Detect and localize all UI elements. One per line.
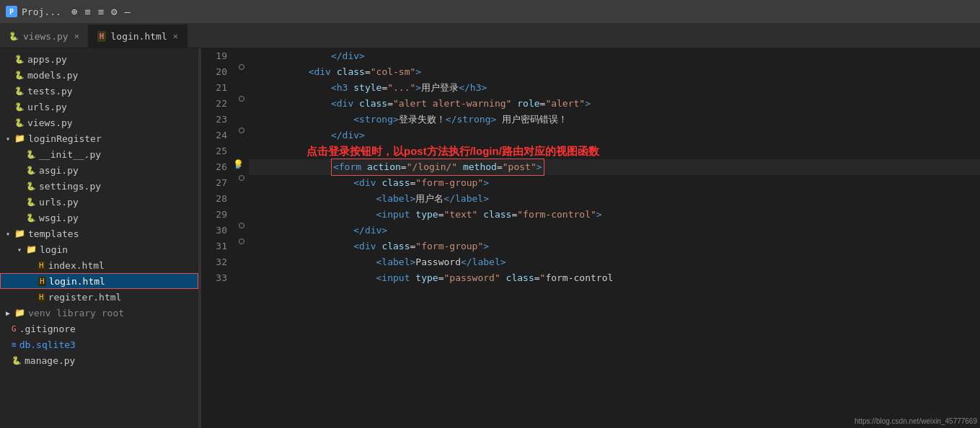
main-layout: 🐍 apps.py 🐍 models.py 🐍 tests.py 🐍 urls.… bbox=[0, 48, 980, 428]
watermark: https://blog.csdn.net/weixin_45777669 bbox=[855, 417, 977, 425]
project-title[interactable]: Proj... bbox=[22, 6, 61, 17]
tab-views-label: views.py bbox=[23, 31, 69, 42]
code-lines: </div> <div class="col-sm"> <h3 style=".… bbox=[249, 48, 980, 428]
code-line-32: <label>Password</label> bbox=[249, 254, 980, 270]
sidebar-label-views: views.py bbox=[27, 117, 73, 128]
title-bar-icons: ⊕ ≡ ≡ ⚙ — bbox=[71, 6, 131, 17]
sidebar-item-manage[interactable]: 🐍 manage.py bbox=[0, 352, 198, 368]
code-line-19: </div> bbox=[249, 48, 980, 64]
tab-html-label: login.html bbox=[110, 31, 167, 42]
html-icon: H bbox=[37, 261, 45, 270]
sidebar-label-init: __init__.py bbox=[39, 149, 101, 160]
sidebar-label-apps: apps.py bbox=[27, 54, 67, 65]
icon-minimize[interactable]: — bbox=[125, 6, 131, 17]
sidebar-item-wsgi[interactable]: 🐍 wsgi.py bbox=[0, 210, 198, 226]
code-line-25: 点击登录按钮时，以post方法执行/login/路由对应的视图函数 bbox=[249, 143, 980, 159]
folder-arrow-templates: ▾ bbox=[6, 230, 10, 238]
git-icon: G bbox=[12, 324, 17, 334]
py-icon: 🐍 bbox=[26, 213, 36, 223]
sidebar-item-login-folder[interactable]: ▾ 📁 login bbox=[0, 241, 198, 257]
sidebar-item-settings[interactable]: 🐍 settings.py bbox=[0, 178, 198, 194]
code-line-20: <div class="col-sm"> bbox=[249, 64, 980, 80]
folder-icon-venv: 📁 bbox=[14, 308, 25, 318]
folder-arrow-down: ▾ bbox=[6, 135, 10, 143]
sidebar-label-urls: urls.py bbox=[27, 102, 67, 112]
icon-settings[interactable]: ⚙ bbox=[111, 6, 117, 17]
html-icon-login: H bbox=[38, 277, 46, 286]
code-line-21: <h3 style="...">用户登录</h3> bbox=[249, 80, 980, 96]
lightbulb-icon[interactable]: 💡 bbox=[233, 159, 244, 169]
db-icon: ≡ bbox=[12, 340, 17, 349]
sidebar-label-gitignore: .gitignore bbox=[19, 324, 76, 334]
py-icon: 🐍 bbox=[26, 182, 36, 191]
code-container: 19 20 21 22 23 24 25 26 27 28 29 30 31 3… bbox=[201, 48, 980, 428]
line-numbers: 19 20 21 22 23 24 25 26 27 28 29 30 31 3… bbox=[201, 48, 234, 428]
folder-arrow-venv: ▶ bbox=[6, 309, 10, 317]
sidebar-item-urls[interactable]: 🐍 urls.py bbox=[0, 99, 198, 115]
code-line-29: <input type="text" class="form-control"> bbox=[249, 207, 980, 223]
sidebar-item-gitignore[interactable]: G .gitignore bbox=[0, 321, 198, 336]
sidebar-label-urls2: urls.py bbox=[39, 197, 79, 208]
sidebar-label-index-html: index.html bbox=[48, 260, 105, 271]
sidebar-item-tests[interactable]: 🐍 tests.py bbox=[0, 83, 198, 99]
sidebar-item-loginregister[interactable]: ▾ 📁 loginRegister bbox=[0, 130, 198, 146]
code-line-31: <div class="form-group"> bbox=[249, 238, 980, 254]
html-icon-register: H bbox=[37, 293, 45, 302]
sidebar-item-venv[interactable]: ▶ 📁 venv library root bbox=[0, 305, 198, 321]
sidebar-item-login-html[interactable]: H login.html bbox=[0, 273, 198, 289]
tab-bar: 🐍 views.py ✕ H login.html ✕ bbox=[0, 23, 980, 48]
code-line-33: <input type="password" class="form-contr… bbox=[249, 270, 980, 286]
sidebar-label-templates: templates bbox=[28, 228, 79, 239]
sidebar-item-models[interactable]: 🐍 models.py bbox=[0, 67, 198, 83]
py-icon: 🐍 bbox=[26, 150, 36, 159]
sidebar-label-register-html: register.html bbox=[48, 292, 122, 303]
project-icon: P bbox=[6, 6, 17, 17]
folder-icon-login: 📁 bbox=[26, 244, 37, 254]
py-icon: 🐍 bbox=[14, 118, 25, 128]
sidebar: 🐍 apps.py 🐍 models.py 🐍 tests.py 🐍 urls.… bbox=[0, 48, 198, 428]
annotation-text: 点击登录按钮时，以post方法执行/login/路由对应的视图函数 bbox=[306, 143, 599, 159]
code-line-30: </div> bbox=[249, 223, 980, 238]
tab-html-icon: H bbox=[97, 31, 107, 42]
sidebar-label-wsgi: wsgi.py bbox=[39, 213, 79, 223]
sidebar-item-views[interactable]: 🐍 views.py bbox=[0, 115, 198, 130]
form-highlight: <form action="/login/" method="post"> bbox=[331, 159, 544, 176]
code-line-22: <div class="alert alert-warning" role="a… bbox=[249, 96, 980, 112]
code-line-26: <form action="/login/" method="post"> bbox=[249, 159, 980, 175]
py-icon: 🐍 bbox=[26, 166, 36, 175]
folder-arrow-login: ▾ bbox=[17, 246, 22, 254]
sidebar-item-index-html[interactable]: H index.html bbox=[0, 257, 198, 273]
sidebar-label-asgi: asgi.py bbox=[39, 165, 79, 176]
code-line-24: </div> bbox=[249, 128, 980, 143]
sidebar-item-register-html[interactable]: H register.html bbox=[0, 289, 198, 305]
icon-list2[interactable]: ≡ bbox=[98, 6, 104, 17]
title-bar-left: P Proj... ⊕ ≡ ≡ ⚙ — bbox=[6, 6, 131, 17]
sidebar-item-templates[interactable]: ▾ 📁 templates bbox=[0, 226, 198, 241]
sidebar-label-settings: settings.py bbox=[39, 181, 101, 192]
sidebar-item-apps[interactable]: 🐍 apps.py bbox=[0, 51, 198, 67]
py-icon-manage: 🐍 bbox=[12, 356, 22, 365]
py-icon: 🐍 bbox=[14, 71, 25, 80]
sidebar-item-urls2[interactable]: 🐍 urls.py bbox=[0, 194, 198, 210]
editor-area: 19 20 21 22 23 24 25 26 27 28 29 30 31 3… bbox=[201, 48, 980, 428]
tab-views[interactable]: 🐍 views.py ✕ bbox=[0, 24, 89, 48]
py-icon: 🐍 bbox=[14, 86, 25, 96]
sidebar-label-manage: manage.py bbox=[25, 355, 75, 366]
sidebar-item-asgi[interactable]: 🐍 asgi.py bbox=[0, 162, 198, 178]
code-line-23: <strong>登录失败！</strong> 用户密码错误！ bbox=[249, 112, 980, 128]
code-line-27: <div class="form-group"> bbox=[249, 175, 980, 191]
icon-circle[interactable]: ⊕ bbox=[71, 6, 77, 17]
sidebar-item-init[interactable]: 🐍 __init__.py bbox=[0, 146, 198, 162]
tab-html-close[interactable]: ✕ bbox=[173, 31, 178, 41]
tab-views-close[interactable]: ✕ bbox=[74, 31, 79, 41]
sidebar-item-db[interactable]: ≡ db.sqlite3 bbox=[0, 336, 198, 352]
sidebar-label-db: db.sqlite3 bbox=[19, 339, 76, 350]
sidebar-label-loginregister: loginRegister bbox=[28, 133, 102, 144]
tab-login-html[interactable]: H login.html ✕ bbox=[89, 24, 187, 48]
icon-list1[interactable]: ≡ bbox=[84, 6, 90, 17]
code-line-28: <label>用户名</label> bbox=[249, 191, 980, 207]
sidebar-label-models: models.py bbox=[27, 70, 78, 81]
folder-icon-templates: 📁 bbox=[14, 228, 25, 238]
gutter: ▶ 💡 bbox=[234, 48, 249, 428]
py-icon: 🐍 bbox=[14, 102, 25, 112]
